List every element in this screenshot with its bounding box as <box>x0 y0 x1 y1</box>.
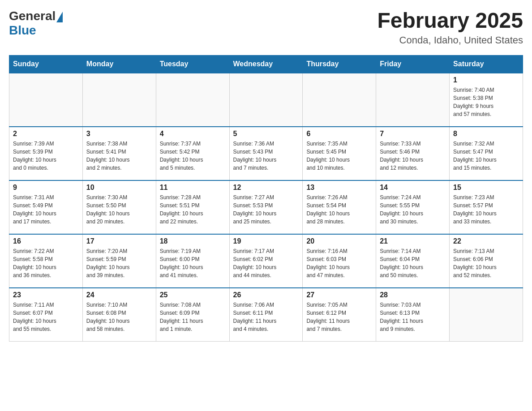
day-number: 11 <box>160 184 226 192</box>
day-info: Sunrise: 7:30 AM Sunset: 5:50 PM Dayligh… <box>86 193 152 226</box>
day-number: 5 <box>233 130 299 138</box>
day-number: 17 <box>86 237 152 245</box>
calendar-cell: 24Sunrise: 7:10 AM Sunset: 6:08 PM Dayli… <box>82 288 156 342</box>
calendar-cell: 2Sunrise: 7:39 AM Sunset: 5:39 PM Daylig… <box>9 127 83 180</box>
day-number: 8 <box>453 130 519 138</box>
calendar-cell <box>229 73 303 127</box>
calendar-cell: 5Sunrise: 7:36 AM Sunset: 5:43 PM Daylig… <box>229 127 303 180</box>
weekday-header-friday: Friday <box>376 55 450 73</box>
day-info: Sunrise: 7:14 AM Sunset: 6:04 PM Dayligh… <box>380 247 446 279</box>
title-area: February 2025 Conda, Idaho, United State… <box>377 9 523 46</box>
day-number: 4 <box>160 130 226 138</box>
day-info: Sunrise: 7:35 AM Sunset: 5:45 PM Dayligh… <box>306 140 372 172</box>
day-number: 24 <box>86 291 152 299</box>
weekday-header-monday: Monday <box>82 55 156 73</box>
calendar-title: February 2025 <box>377 9 523 33</box>
calendar-cell: 3Sunrise: 7:38 AM Sunset: 5:41 PM Daylig… <box>82 127 156 180</box>
day-info: Sunrise: 7:26 AM Sunset: 5:54 PM Dayligh… <box>306 193 372 226</box>
calendar-cell <box>376 73 450 127</box>
day-info: Sunrise: 7:13 AM Sunset: 6:06 PM Dayligh… <box>453 247 519 279</box>
day-number: 2 <box>13 130 79 138</box>
day-number: 23 <box>13 291 79 299</box>
day-number: 28 <box>380 291 446 299</box>
day-info: Sunrise: 7:32 AM Sunset: 5:47 PM Dayligh… <box>453 140 519 172</box>
day-number: 7 <box>380 130 446 138</box>
day-number: 6 <box>306 130 372 138</box>
day-number: 25 <box>160 291 226 299</box>
calendar-cell <box>82 73 156 127</box>
day-number: 27 <box>306 291 372 299</box>
day-info: Sunrise: 7:40 AM Sunset: 5:38 PM Dayligh… <box>453 86 519 118</box>
day-number: 21 <box>380 237 446 245</box>
calendar-cell: 4Sunrise: 7:37 AM Sunset: 5:42 PM Daylig… <box>156 127 229 180</box>
calendar-cell <box>9 73 83 127</box>
calendar-cell: 1Sunrise: 7:40 AM Sunset: 5:38 PM Daylig… <box>450 73 523 127</box>
calendar-cell: 8Sunrise: 7:32 AM Sunset: 5:47 PM Daylig… <box>450 127 523 180</box>
calendar-cell: 26Sunrise: 7:06 AM Sunset: 6:11 PM Dayli… <box>229 288 303 342</box>
day-info: Sunrise: 7:23 AM Sunset: 5:57 PM Dayligh… <box>453 193 519 226</box>
day-number: 13 <box>306 184 372 192</box>
day-info: Sunrise: 7:05 AM Sunset: 6:12 PM Dayligh… <box>306 301 372 333</box>
weekday-header-saturday: Saturday <box>450 55 523 73</box>
day-number: 22 <box>453 237 519 245</box>
calendar-cell: 7Sunrise: 7:33 AM Sunset: 5:46 PM Daylig… <box>376 127 450 180</box>
calendar-cell: 20Sunrise: 7:16 AM Sunset: 6:03 PM Dayli… <box>303 234 376 288</box>
calendar-cell: 22Sunrise: 7:13 AM Sunset: 6:06 PM Dayli… <box>450 234 523 288</box>
day-number: 12 <box>233 184 299 192</box>
day-info: Sunrise: 7:11 AM Sunset: 6:07 PM Dayligh… <box>13 301 79 333</box>
day-number: 3 <box>86 130 152 138</box>
weekday-header-sunday: Sunday <box>9 55 83 73</box>
calendar-cell: 27Sunrise: 7:05 AM Sunset: 6:12 PM Dayli… <box>303 288 376 342</box>
calendar-cell: 25Sunrise: 7:08 AM Sunset: 6:09 PM Dayli… <box>156 288 229 342</box>
calendar-cell: 9Sunrise: 7:31 AM Sunset: 5:49 PM Daylig… <box>9 180 83 234</box>
day-number: 14 <box>380 184 446 192</box>
day-info: Sunrise: 7:16 AM Sunset: 6:03 PM Dayligh… <box>306 247 372 279</box>
calendar-subtitle: Conda, Idaho, United States <box>377 34 523 46</box>
day-info: Sunrise: 7:10 AM Sunset: 6:08 PM Dayligh… <box>86 301 152 333</box>
calendar-cell: 6Sunrise: 7:35 AM Sunset: 5:45 PM Daylig… <box>303 127 376 180</box>
day-info: Sunrise: 7:39 AM Sunset: 5:39 PM Dayligh… <box>13 140 79 172</box>
day-number: 10 <box>86 184 152 192</box>
calendar-cell: 28Sunrise: 7:03 AM Sunset: 6:13 PM Dayli… <box>376 288 450 342</box>
day-info: Sunrise: 7:24 AM Sunset: 5:55 PM Dayligh… <box>380 193 446 226</box>
logo: General Blue <box>9 9 63 38</box>
day-info: Sunrise: 7:08 AM Sunset: 6:09 PM Dayligh… <box>160 301 226 333</box>
calendar-cell <box>156 73 229 127</box>
day-info: Sunrise: 7:17 AM Sunset: 6:02 PM Dayligh… <box>233 247 299 279</box>
week-row-4: 16Sunrise: 7:22 AM Sunset: 5:58 PM Dayli… <box>9 234 523 288</box>
logo-blue-text: Blue <box>9 23 36 37</box>
day-number: 18 <box>160 237 226 245</box>
day-info: Sunrise: 7:37 AM Sunset: 5:42 PM Dayligh… <box>160 140 226 172</box>
day-number: 20 <box>306 237 372 245</box>
calendar-cell: 15Sunrise: 7:23 AM Sunset: 5:57 PM Dayli… <box>450 180 523 234</box>
day-info: Sunrise: 7:28 AM Sunset: 5:51 PM Dayligh… <box>160 193 226 226</box>
logo-arrow-icon <box>56 12 63 22</box>
logo-general-text: General <box>9 9 56 23</box>
week-row-1: 1Sunrise: 7:40 AM Sunset: 5:38 PM Daylig… <box>9 73 523 127</box>
day-number: 19 <box>233 237 299 245</box>
calendar-cell: 13Sunrise: 7:26 AM Sunset: 5:54 PM Dayli… <box>303 180 376 234</box>
calendar-header-row: SundayMondayTuesdayWednesdayThursdayFrid… <box>9 55 523 73</box>
week-row-5: 23Sunrise: 7:11 AM Sunset: 6:07 PM Dayli… <box>9 288 523 342</box>
day-info: Sunrise: 7:38 AM Sunset: 5:41 PM Dayligh… <box>86 140 152 172</box>
calendar-cell: 12Sunrise: 7:27 AM Sunset: 5:53 PM Dayli… <box>229 180 303 234</box>
calendar-table: SundayMondayTuesdayWednesdayThursdayFrid… <box>9 55 523 342</box>
day-info: Sunrise: 7:31 AM Sunset: 5:49 PM Dayligh… <box>13 193 79 226</box>
calendar-cell: 17Sunrise: 7:20 AM Sunset: 5:59 PM Dayli… <box>82 234 156 288</box>
day-info: Sunrise: 7:20 AM Sunset: 5:59 PM Dayligh… <box>86 247 152 279</box>
day-info: Sunrise: 7:03 AM Sunset: 6:13 PM Dayligh… <box>380 301 446 333</box>
day-info: Sunrise: 7:36 AM Sunset: 5:43 PM Dayligh… <box>233 140 299 172</box>
day-info: Sunrise: 7:27 AM Sunset: 5:53 PM Dayligh… <box>233 193 299 226</box>
day-info: Sunrise: 7:19 AM Sunset: 6:00 PM Dayligh… <box>160 247 226 279</box>
week-row-3: 9Sunrise: 7:31 AM Sunset: 5:49 PM Daylig… <box>9 180 523 234</box>
calendar-cell: 19Sunrise: 7:17 AM Sunset: 6:02 PM Dayli… <box>229 234 303 288</box>
calendar-cell <box>303 73 376 127</box>
day-number: 1 <box>453 76 519 84</box>
calendar-cell: 18Sunrise: 7:19 AM Sunset: 6:00 PM Dayli… <box>156 234 229 288</box>
day-number: 26 <box>233 291 299 299</box>
calendar-cell: 11Sunrise: 7:28 AM Sunset: 5:51 PM Dayli… <box>156 180 229 234</box>
day-info: Sunrise: 7:22 AM Sunset: 5:58 PM Dayligh… <box>13 247 79 279</box>
calendar-cell: 23Sunrise: 7:11 AM Sunset: 6:07 PM Dayli… <box>9 288 83 342</box>
weekday-header-wednesday: Wednesday <box>229 55 303 73</box>
calendar-cell: 16Sunrise: 7:22 AM Sunset: 5:58 PM Dayli… <box>9 234 83 288</box>
